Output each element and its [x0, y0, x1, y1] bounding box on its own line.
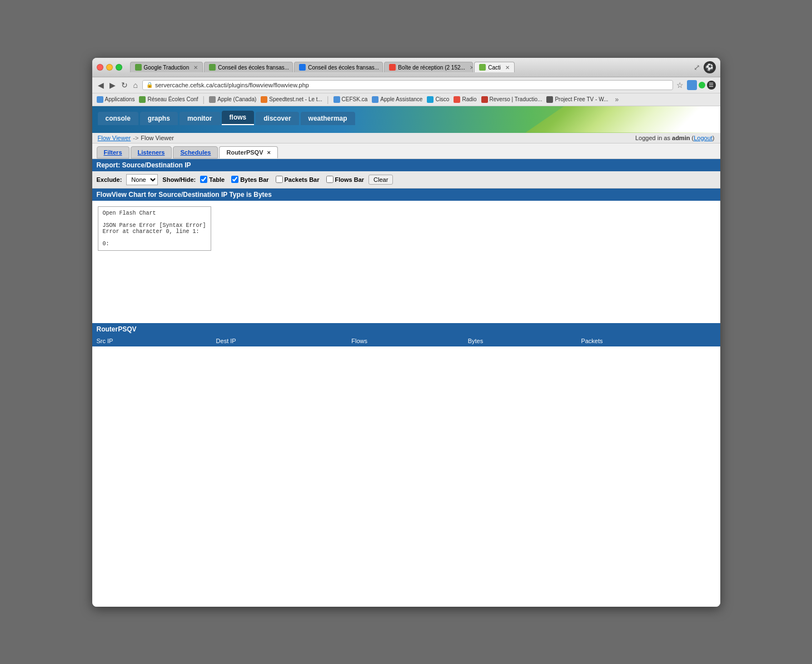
- menu-icon[interactable]: ☰: [707, 81, 716, 90]
- table-header-row: Src IP Dest IP Flows Bytes Packets: [92, 335, 720, 346]
- tab-monitor[interactable]: monitor: [180, 112, 220, 125]
- tab-google-traduction[interactable]: Google Traduction ✕: [130, 62, 203, 72]
- checkbox-group: Table Bytes Bar Packets Bar Flows Bar: [200, 176, 364, 183]
- forward-button[interactable]: ▶: [108, 80, 117, 91]
- tab-cacti[interactable]: Cacti ✕: [474, 62, 515, 72]
- controls-bar: Exclude: None Show/Hide: Table Bytes Bar…: [92, 171, 720, 189]
- close-button[interactable]: [97, 64, 103, 71]
- maximize-button[interactable]: [116, 64, 122, 71]
- bookmark-favicon: [333, 96, 340, 103]
- bookmarks-more[interactable]: »: [615, 96, 619, 103]
- star-icon[interactable]: ☆: [676, 81, 684, 90]
- bookmark-cefsk[interactable]: CEFSK.ca: [333, 96, 368, 103]
- nav-actions: ☆ ☰: [676, 80, 716, 90]
- bookmark-radio[interactable]: Radio: [454, 96, 476, 103]
- cb-table-label: Table: [209, 176, 225, 183]
- breadcrumb-separator: ->: [133, 135, 138, 141]
- chart-area: Open Flash Chart JSON Parse Error [Synta…: [92, 201, 720, 323]
- ext-icon-1[interactable]: [687, 80, 697, 90]
- cb-flows[interactable]: [326, 176, 333, 183]
- bookmark-cisco[interactable]: Cisco: [427, 96, 449, 103]
- exclude-label: Exclude:: [97, 176, 122, 183]
- minimize-button[interactable]: [106, 64, 113, 71]
- flash-error-line-2: JSON Parse Error [Syntax Error]: [103, 222, 206, 229]
- flash-error-box: Open Flash Chart JSON Parse Error [Synta…: [98, 206, 211, 251]
- bookmark-apple[interactable]: Apple (Canada): [209, 96, 256, 103]
- data-table: Src IP Dest IP Flows Bytes Packets: [92, 335, 720, 346]
- logout-link[interactable]: Logout: [694, 135, 713, 141]
- tab-close-icon[interactable]: ✕: [470, 65, 473, 71]
- tab-label: Boîte de réception (2 152...: [398, 65, 465, 71]
- address-bar[interactable]: 🔒 servercache.cefsk.ca/cacti/plugins/flo…: [142, 80, 673, 90]
- clear-button[interactable]: Clear: [368, 175, 393, 185]
- th-dest-ip: Dest IP: [212, 335, 347, 346]
- exclude-select[interactable]: None: [126, 174, 158, 185]
- tab-close-icon[interactable]: ✕: [505, 65, 510, 71]
- th-packets: Packets: [576, 335, 720, 346]
- cacti-nav: console graphs monitor flows discover we…: [92, 106, 720, 125]
- browser-window: Google Traduction ✕ Conseil des écoles f…: [92, 58, 720, 607]
- tab-flows[interactable]: flows: [222, 111, 255, 125]
- tab-favicon: [209, 64, 216, 71]
- extension-icons: ☰: [687, 80, 716, 90]
- bookmark-reverso[interactable]: Reverso | Traductio...: [481, 96, 542, 103]
- cb-table[interactable]: [200, 176, 207, 183]
- status-indicator-green: [699, 82, 705, 88]
- fullscreen-icon[interactable]: ⤢: [694, 63, 700, 72]
- cb-flows-label: Flows Bar: [335, 176, 365, 183]
- checkbox-bytes: Bytes Bar: [231, 176, 268, 183]
- cb-bytes[interactable]: [231, 176, 238, 183]
- browser-tabs: Google Traduction ✕ Conseil des écoles f…: [130, 62, 686, 72]
- breadcrumb-link-flow-viewer[interactable]: Flow Viewer: [98, 135, 131, 141]
- nav-bar: ◀ ▶ ↻ ⌂ 🔒 servercache.cefsk.ca/cacti/plu…: [92, 77, 720, 93]
- table-section-header: RouterPSQV: [92, 323, 720, 335]
- bookmark-schools[interactable]: Réseau Écoles Conf: [139, 96, 198, 103]
- tab-console[interactable]: console: [98, 112, 138, 125]
- sub-tab-routerpsqv[interactable]: RouterPSQV ×: [219, 146, 278, 158]
- bookmark-favicon: [546, 96, 553, 103]
- logged-in-user: admin: [672, 135, 690, 141]
- soccer-ball-icon: ⚽: [704, 61, 716, 73]
- th-flows: Flows: [347, 335, 463, 346]
- tab-conseil1[interactable]: Conseil des écoles fransas... ✕: [204, 62, 293, 72]
- checkbox-table: Table: [200, 176, 225, 183]
- reload-button[interactable]: ↻: [120, 80, 129, 91]
- sub-tab-schedules[interactable]: Schedules: [173, 146, 218, 158]
- bookmark-speedtest[interactable]: Speedtest.net - Le t...: [261, 96, 322, 103]
- page-content: console graphs monitor flows discover we…: [92, 106, 720, 607]
- home-button[interactable]: ⌂: [132, 80, 139, 91]
- tab-graphs[interactable]: graphs: [140, 112, 178, 125]
- breadcrumb-login: Logged in as admin (Logout): [635, 135, 715, 141]
- bookmark-assistance[interactable]: Apple Assistance: [372, 96, 422, 103]
- tab-discover[interactable]: discover: [256, 112, 298, 125]
- bookmark-projecttv[interactable]: Project Free TV - W...: [546, 96, 608, 103]
- tab-gmail[interactable]: Boîte de réception (2 152... ✕: [384, 62, 473, 72]
- bookmark-label: Reverso | Traductio...: [490, 96, 542, 102]
- tab-label: Google Traduction: [144, 65, 190, 71]
- traffic-lights: [97, 64, 122, 71]
- window-controls-right: ⤢ ⚽: [694, 61, 716, 73]
- cb-packets[interactable]: [276, 176, 283, 183]
- bookmark-favicon: [139, 96, 146, 103]
- sub-tab-listeners[interactable]: Listeners: [131, 146, 172, 158]
- tab-conseil2[interactable]: Conseil des écoles fransas... ✕: [294, 62, 383, 72]
- bookmark-apps[interactable]: Applications: [97, 96, 135, 103]
- chart-header: FlowView Chart for Source/Destination IP…: [92, 189, 720, 201]
- breadcrumb-current: Flow Viewer: [141, 135, 174, 141]
- sub-tab-filters[interactable]: Filters: [97, 146, 129, 158]
- tab-favicon: [135, 64, 142, 71]
- bookmark-label: Cisco: [435, 96, 449, 102]
- tab-close-icon[interactable]: ✕: [193, 65, 198, 71]
- cb-bytes-label: Bytes Bar: [240, 176, 268, 183]
- table-section-title: RouterPSQV: [97, 325, 137, 333]
- sub-tab-close-icon[interactable]: ×: [267, 149, 271, 156]
- bookmark-favicon: [209, 96, 216, 103]
- checkbox-packets: Packets Bar: [276, 176, 320, 183]
- address-text: servercache.cefsk.ca/cacti/plugins/flowv…: [155, 82, 309, 88]
- sub-tab-routerpsqv-label: RouterPSQV: [226, 149, 263, 156]
- bookmark-divider: |: [203, 95, 205, 104]
- bookmark-favicon: [97, 96, 103, 103]
- tab-label: Cacti: [488, 65, 501, 71]
- back-button[interactable]: ◀: [97, 80, 105, 91]
- tab-weathermap[interactable]: weathermap: [301, 112, 355, 125]
